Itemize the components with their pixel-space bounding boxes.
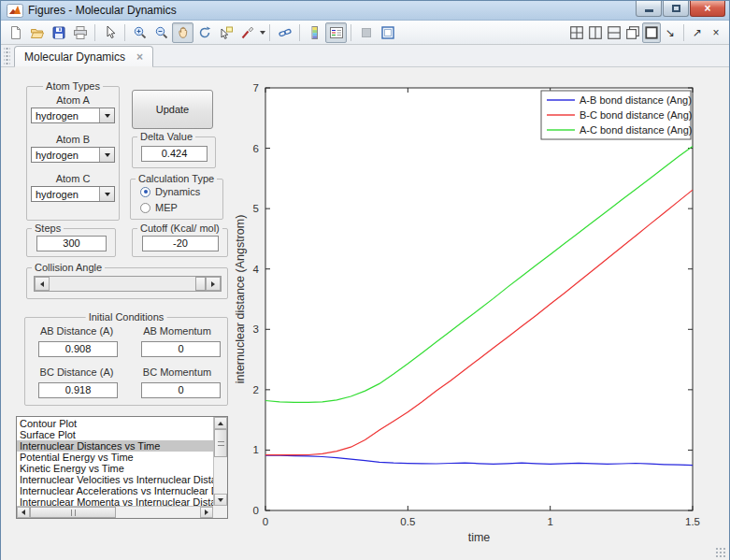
steps-field[interactable]: 300 [36,236,107,251]
save-figure-icon[interactable] [48,22,69,43]
data-cursor-icon[interactable] [215,22,236,43]
scroll-left-icon[interactable] [17,507,30,518]
dynamics-radio[interactable]: Dynamics [140,186,200,197]
resize-grip[interactable] [715,547,726,558]
listbox-item[interactable]: Contour Plot [17,418,213,429]
listbox-item[interactable]: Internuclear Accelerations vs Internucle… [17,485,213,496]
atom-c-label: Atom C [27,173,119,184]
single-tab-icon[interactable] [642,22,661,43]
axes-box [265,88,693,510]
brush-dropdown-icon[interactable] [260,31,265,35]
dock-arrow-icon[interactable]: ↘ [661,22,680,43]
bc-distance-field[interactable]: 0.918 [38,382,118,398]
brush-data-icon[interactable] [236,22,258,43]
slider-track[interactable] [50,277,195,291]
scroll-down-icon[interactable] [214,494,227,506]
tab-close-icon[interactable]: × [136,50,143,64]
listbox-item[interactable]: Potential Energy vs Time [17,452,213,463]
listbox-item[interactable]: Internuclear Distances vs Time [17,440,213,452]
pointer-icon[interactable] [99,22,121,43]
chevron-down-icon[interactable] [99,148,114,162]
mep-radio-label: MEP [155,202,178,213]
toolbar-separator [683,24,684,41]
tile-top-bottom-icon[interactable] [605,22,623,43]
print-figure-icon[interactable] [69,22,91,43]
close-all-icon[interactable]: × [707,22,725,43]
atom-b-dropdown[interactable]: hydrogen [31,147,115,163]
rotate-3d-icon[interactable] [193,22,215,43]
plot-canvas[interactable]: 00.511.501234567timeinternuclear distanc… [233,74,730,546]
zoom-in-icon[interactable] [129,22,150,43]
maximize-icon [672,5,680,12]
figures-window: Figures - Molecular Dynamics × [0,0,730,560]
hscroll-thumb[interactable] [30,507,116,518]
tile-grid-icon[interactable] [567,22,586,43]
mep-radio[interactable]: MEP [140,202,178,213]
undock-arrow-icon[interactable]: ↗ [688,22,707,43]
plot-legend[interactable]: A-B bond distance (Ang)B-C bond distance… [541,91,692,139]
bc-momentum-field[interactable]: 0 [141,382,221,398]
ab-distance-label: AB Distance (A) [25,325,128,337]
zoom-out-icon[interactable] [150,22,172,43]
x-tick-label: 1 [547,516,552,527]
slider-thumb[interactable] [195,277,206,291]
toolbar: ↘ ↗ × [1,21,729,45]
listbox-item[interactable]: Kinetic Energy vs Time [17,463,213,474]
radio-icon [140,203,150,213]
atom-c-dropdown[interactable]: hydrogen [31,186,115,202]
chevron-down-icon[interactable] [99,187,114,201]
listbox-item[interactable]: Internuclear Velocities vs Internuclear … [17,474,213,485]
atom-a-value: hydrogen [32,110,99,122]
plot-type-listbox[interactable]: Contour PlotSurface PlotInternuclear Dis… [16,416,228,519]
listbox-item[interactable]: Surface Plot [17,429,213,440]
initial-conditions-group: Initial Conditions AB Distance (A) AB Mo… [24,317,228,406]
listbox-hscrollbar[interactable] [17,506,213,518]
x-tick-label: 0.5 [400,516,415,527]
expand-figure-icon[interactable] [377,22,398,43]
tab-molecular-dynamics[interactable]: Molecular Dynamics × [14,46,153,67]
cutoff-title: Cutoff (Kcal/ mol) [137,223,222,234]
scroll-up-icon[interactable] [214,417,227,429]
collision-angle-title: Collision Angle [32,262,105,273]
listbox-vscrollbar[interactable] [213,417,227,506]
insert-colorbar-icon[interactable] [304,22,325,43]
scroll-right-icon[interactable] [200,507,213,518]
layout-controls: ↘ ↗ × [567,22,725,43]
atom-a-dropdown[interactable]: hydrogen [31,108,115,123]
maximize-button[interactable] [663,1,689,17]
open-file-icon[interactable] [26,22,48,43]
listbox-item[interactable]: Internuclear Momenta vs Internuclear Dis… [17,496,213,506]
slider-right-arrow-icon[interactable] [206,277,221,291]
atom-a-label: Atom A [27,94,119,106]
delta-value-group: Delta Value 0.424 [132,136,216,168]
ab-momentum-field[interactable]: 0 [141,341,221,357]
x-tick-label: 1.5 [685,516,700,527]
y-tick-label: 5 [253,203,259,214]
insert-legend-icon[interactable] [325,22,347,43]
link-plots-icon[interactable] [274,22,295,43]
legend-entry-label: A-C bond distance (Ang) [580,124,692,136]
close-button[interactable]: × [690,1,725,17]
delta-value-field[interactable]: 0.424 [141,146,208,162]
cutoff-field[interactable]: -20 [142,236,219,251]
pan-icon[interactable] [172,22,193,43]
new-figure-icon[interactable] [5,22,26,43]
float-windows-icon[interactable] [623,22,642,43]
minimize-button[interactable] [636,1,662,17]
vscroll-thumb[interactable] [214,429,227,457]
update-button[interactable]: Update [132,90,213,129]
chevron-down-icon[interactable] [99,108,114,122]
tab-drag-handle[interactable] [4,47,10,65]
titlebar[interactable]: Figures - Molecular Dynamics × [1,1,729,21]
minimize-icon [645,9,653,12]
collision-angle-slider[interactable] [34,276,222,292]
ab-distance-field[interactable]: 0.908 [38,341,118,357]
atom-types-group: Atom Types Atom A hydrogen Atom B hydrog… [26,86,120,221]
undock-glyph: ↗ [693,27,702,38]
y-tick-label: 3 [253,323,259,335]
toolbar-separator [94,24,95,41]
legend-entry-label: A-B bond distance (Ang) [580,94,692,106]
toolbar-separator [124,24,125,41]
slider-left-arrow-icon[interactable] [35,277,50,291]
tile-left-right-icon[interactable] [586,22,605,43]
